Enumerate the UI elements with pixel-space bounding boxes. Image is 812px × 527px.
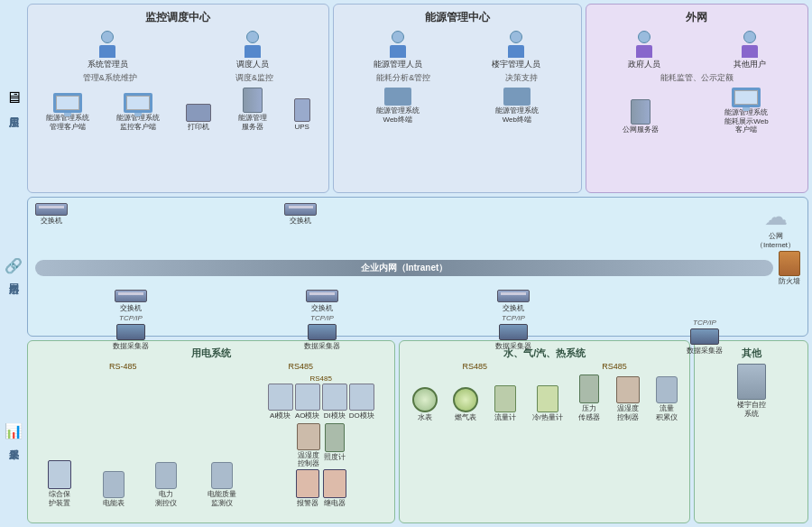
other-devices: 楼宇自控系统 [700,364,802,418]
person-label-other: 其他用户 [734,59,766,70]
intranet-bar: 企业内网（Intranet） [35,260,773,276]
action-monitor-pub: 能耗监管、公示定额 [660,72,734,84]
action-decision: 决策支持 [505,72,538,84]
network-node-4: TCP/IP 数据采集器 [687,290,723,356]
relay-label: 继电器 [324,499,346,508]
ai-module-icon [268,384,293,411]
cloud-icon: ☁ [764,203,788,231]
tcpip-label-1: TCP/IP [119,314,143,322]
device-public-server: 公网服务器 [623,99,659,134]
electricity-devices: 综合保护装置 电能表 电力测控仪 电能质量监测仪 RS485 [33,374,389,507]
energy-devices-row: 能源管理系统Web终端 能源管理系统Web终端 [339,88,576,124]
electricity-rs485-labels: RS-485 RS485 [33,362,389,371]
device-printer: 打印机 [186,104,211,132]
gas-meter-icon [453,387,478,412]
energy-actions: 能耗分析&管控 决策支持 [339,72,576,84]
rs485-label-elec-1: RS-485 [109,362,137,371]
illuminance-label: 照度计 [324,453,346,462]
building-auto-icon [737,364,766,400]
laptop-icon-1 [384,88,411,106]
device-pressure-sensor: 压力传感器 [578,374,600,421]
ao-module-label: AO模块 [295,411,320,421]
person-body-building-mgr [508,45,524,58]
person-label-admin: 系统管理员 [88,59,128,70]
relay-icon [323,469,346,498]
person-body-govt [636,45,652,58]
firewall-icon [779,251,800,276]
alarm-icon [296,469,319,498]
monitoring-devices-row: 能源管理系统管理客户端 能源管理系统监控客户端 打印机 能源管理服务器 [33,88,323,131]
middle-section: 🔗 网络层 交换机 交换机 ☁ 公网（Internet） [4,197,808,337]
person-head-dispatcher [246,31,259,43]
rs485-label-water-1: RS485 [463,362,488,371]
device-ai: AI模块 [268,384,293,421]
rs485-label-elec-2: RS485 [288,362,313,371]
device-label-web-2: 能源管理系统Web终端 [495,106,539,124]
rs485-label-water-2: RS485 [602,362,627,371]
do-module-label: DO模块 [349,411,374,421]
person-label-energy-mgr: 能源管理人员 [374,59,422,70]
firewall-label: 防火墙 [779,277,800,286]
computer-icon-display [732,88,761,107]
network-panel: 交换机 交换机 ☁ 公网（Internet） 企业内网（Intranet） [27,197,808,337]
person-head-other [743,31,756,43]
device-label-ups: UPS [294,123,309,132]
person-body-energy-mgr [390,45,406,58]
external-title: 外网 [592,10,802,25]
switch-top-1: 交换机 [35,203,68,249]
datacollector-icon-2 [308,324,337,340]
device-label-server: 能源管理服务器 [238,114,267,131]
external-persons-row: 政府人员 其他用户 [592,31,802,70]
alarm-label: 报警器 [297,499,318,508]
datacollector-label-2: 数据采集器 [304,342,340,351]
person-head-admin [101,31,114,43]
temp-ctrl-icon [297,423,320,450]
datacollector-icon-3 [499,324,528,340]
switch-node3-label: 交换机 [503,304,524,313]
device-heat-meter: 冷/热量计 [532,385,563,422]
tcpip-label-4: TCP/IP [693,319,716,327]
internet-label: 公网（Internet） [751,232,800,249]
computer-icon-2 [124,93,152,113]
water-gas-panel: 水、气/汽、热系统 RS485 RS485 水表 燃气表 流量计 [399,340,691,523]
flow-meter-label: 流量计 [494,413,516,422]
firewall: 防火墙 [779,251,800,286]
main-container: 🖥 应用层 监控调度中心 系统管理员 调度人员 [0,0,812,527]
flow-meter-icon [494,385,516,412]
switch-node1-label: 交换机 [120,304,142,313]
top-panels: 监控调度中心 系统管理员 调度人员 管理&系统维护 调度&监控 [27,4,808,193]
power-monitor-icon [155,462,177,489]
device-relay: 继电器 [323,469,346,508]
spacer-2 [317,203,751,249]
device-label-web-1: 能源管理系统Web终端 [376,106,420,124]
modules-row: AI模块 AO模块 DI模块 DO模块 [268,384,374,421]
device-ups: UPS [294,98,310,132]
energy-meter-label: 电能表 [103,499,125,508]
person-label-dispatcher: 调度人员 [236,59,269,70]
external-actions: 能耗监管、公示定额 [592,72,802,84]
protection-label: 综合保护装置 [49,490,70,507]
top-switches-row: 交换机 交换机 ☁ 公网（Internet） [35,203,800,249]
datacollector-label-3: 数据采集器 [495,342,531,351]
device-server: 能源管理服务器 [238,88,267,131]
ups-icon [294,98,310,122]
rs485-modules-label: RS485 [309,374,331,383]
heat-meter-icon [537,385,558,412]
other-panel: 其他 楼宇自控系统 [694,340,808,523]
device-quality-monitor: 电能质量监测仪 [208,462,236,507]
tcpip-label-3: TCP/IP [502,314,525,322]
water-meter-label: 水表 [418,413,432,422]
temp-ctrl-label: 温湿度控制器 [298,451,319,468]
network-node-3: 交换机 TCP/IP 数据采集器 [495,290,531,351]
datacollector-label-4: 数据采集器 [687,347,723,356]
server-icon [243,88,263,113]
person-energy-mgr: 能源管理人员 [374,31,422,70]
switch-top-2: 交换机 [284,203,317,249]
person-body-other [742,45,758,58]
energy-center-panel: 能源管理中心 能源管理人员 楼宇管理人员 能耗分析&管控 决策支持 [333,4,582,193]
device-power-monitor: 电力测控仪 [155,462,177,507]
person-other-user: 其他用户 [734,31,766,70]
bottom-left-label: 📊 采集层 [4,340,23,523]
power-monitor-label: 电力测控仪 [155,490,177,507]
device-label-web-display: 能源管理系统能耗展示Web客户端 [722,108,771,134]
